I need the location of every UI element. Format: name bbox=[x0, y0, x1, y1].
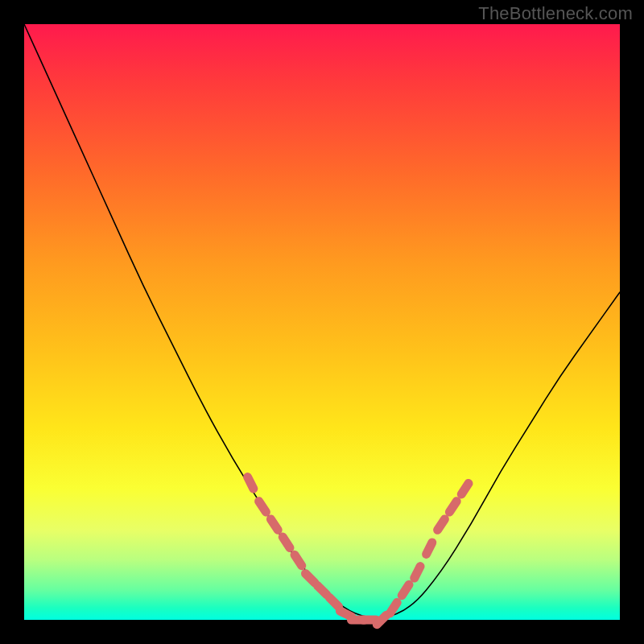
bead bbox=[449, 502, 456, 512]
bead-group bbox=[248, 477, 469, 625]
chart-frame: TheBottleneck.com bbox=[0, 0, 644, 644]
bead bbox=[270, 519, 278, 530]
bead bbox=[283, 537, 290, 547]
bead bbox=[259, 502, 266, 512]
bead bbox=[461, 484, 469, 494]
bead bbox=[427, 543, 432, 554]
bead bbox=[390, 603, 397, 613]
bead bbox=[306, 574, 315, 583]
bottleneck-curve bbox=[24, 24, 620, 618]
bead bbox=[248, 477, 254, 489]
watermark-text: TheBottleneck.com bbox=[478, 3, 633, 24]
bead bbox=[438, 519, 445, 530]
bead bbox=[295, 555, 302, 565]
bead bbox=[415, 567, 420, 578]
plot-area bbox=[24, 24, 620, 620]
bead bbox=[317, 585, 326, 594]
curve-svg bbox=[24, 24, 620, 620]
bead bbox=[329, 597, 338, 606]
bead bbox=[402, 584, 409, 595]
